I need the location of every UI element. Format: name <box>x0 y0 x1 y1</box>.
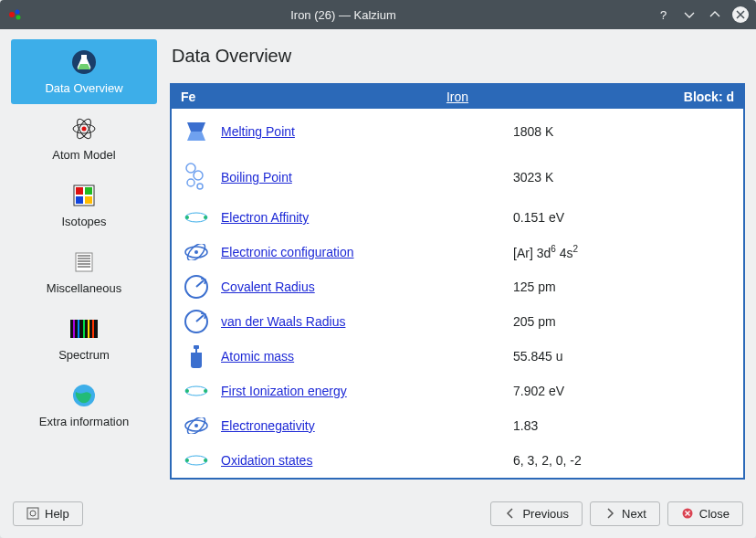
property-link[interactable]: Melting Point <box>221 124 295 139</box>
svg-rect-11 <box>85 187 92 195</box>
sidebar: Data Overview Atom Model Isotopes Miscel… <box>11 38 157 489</box>
property-value: 1.83 <box>513 418 743 433</box>
sidebar-item-data-overview[interactable]: Data Overview <box>11 39 157 104</box>
table-row: Oxidation states 6, 3, 2, 0, -2 <box>172 443 743 478</box>
svg-text:?: ? <box>660 8 667 21</box>
property-value: 0.151 eV <box>513 210 743 225</box>
chevron-right-icon <box>604 507 616 520</box>
property-value: [Ar] 3d6 4s2 <box>513 244 743 260</box>
svg-rect-13 <box>85 196 92 204</box>
svg-rect-22 <box>78 320 79 338</box>
svg-point-28 <box>194 171 203 180</box>
table-row: van der Waals Radius 205 pm <box>172 304 743 339</box>
svg-point-48 <box>194 424 198 427</box>
svg-rect-24 <box>88 320 89 338</box>
sidebar-item-label: Data Overview <box>45 81 122 95</box>
minimize-icon[interactable] <box>681 6 698 23</box>
maximize-icon[interactable] <box>707 6 723 23</box>
svg-point-50 <box>185 459 189 462</box>
help-icon <box>26 507 39 520</box>
table-row: First Ionization energy 7.902 eV <box>172 374 743 408</box>
svg-point-44 <box>185 389 189 393</box>
property-value: 55.845 u <box>513 349 743 364</box>
property-link[interactable]: Oxidation states <box>221 453 312 468</box>
svg-rect-21 <box>73 320 75 338</box>
chevron-left-icon <box>504 507 517 520</box>
covalent-radius-icon <box>172 274 221 300</box>
svg-point-2 <box>16 16 21 20</box>
table-row: Electronegativity 1.83 <box>172 408 743 443</box>
data-table: Fe Iron Block: d Melting Point 1808 K <box>170 83 745 480</box>
page-title: Data Overview <box>172 46 745 67</box>
sidebar-item-miscellaneous[interactable]: Miscellaneous <box>11 239 157 304</box>
svg-point-29 <box>187 179 194 186</box>
next-button[interactable]: Next <box>590 501 660 526</box>
property-value: 7.902 eV <box>513 384 743 398</box>
table-header: Fe Iron Block: d <box>172 85 743 109</box>
help-button[interactable]: Help <box>13 501 83 526</box>
main-panel: Data Overview Fe Iron Block: d Melting P… <box>157 38 745 489</box>
spectrum-icon <box>68 313 100 344</box>
sidebar-item-isotopes[interactable]: Isotopes <box>11 173 157 237</box>
vdw-radius-icon <box>172 309 221 334</box>
sidebar-item-label: Miscellaneous <box>47 281 121 295</box>
svg-rect-23 <box>83 320 85 338</box>
svg-point-30 <box>197 184 203 189</box>
svg-line-40 <box>196 315 204 322</box>
property-link[interactable]: Covalent Radius <box>221 280 315 294</box>
svg-point-0 <box>9 12 15 17</box>
close-x-icon <box>681 507 694 520</box>
lines-icon <box>68 247 100 278</box>
svg-point-53 <box>30 511 36 516</box>
table-row: Electron Affinity 0.151 eV <box>172 200 743 235</box>
table-row: Boiling Point 3023 K <box>172 154 743 200</box>
svg-rect-52 <box>27 508 38 519</box>
sidebar-item-extra-information[interactable]: Extra information <box>11 373 157 438</box>
footer: Help Previous Next Close <box>0 494 756 538</box>
titlebar: Iron (26) — Kalzium ? <box>0 0 756 29</box>
property-link[interactable]: Atomic mass <box>221 349 294 364</box>
svg-point-33 <box>204 216 207 219</box>
svg-point-51 <box>204 459 207 462</box>
property-value: 1808 K <box>513 124 743 139</box>
boiling-point-icon <box>172 161 221 194</box>
property-value: 205 pm <box>513 314 743 329</box>
sidebar-item-label: Extra information <box>39 415 129 428</box>
property-value: 3023 K <box>513 170 743 185</box>
button-label: Close <box>699 507 730 521</box>
table-row: Electronic configuration [Ar] 3d6 4s2 <box>172 235 743 269</box>
element-block: Block: d <box>661 90 734 104</box>
table-row: Covalent Radius 125 pm <box>172 269 743 304</box>
app-icon <box>7 6 24 23</box>
element-name[interactable]: Iron <box>254 90 661 104</box>
sidebar-item-atom-model[interactable]: Atom Model <box>11 106 157 171</box>
electron-affinity-icon <box>172 209 221 226</box>
atom-icon <box>68 113 100 144</box>
property-link[interactable]: First Ionization energy <box>221 384 347 398</box>
property-link[interactable]: van der Waals Radius <box>221 314 345 329</box>
sidebar-item-spectrum[interactable]: Spectrum <box>11 306 157 371</box>
help-icon[interactable]: ? <box>656 6 672 23</box>
previous-button[interactable]: Previous <box>490 501 583 526</box>
electronegativity-icon <box>172 417 221 434</box>
svg-rect-12 <box>76 196 83 204</box>
window-title: Iron (26) — Kalzium <box>31 8 656 22</box>
sidebar-item-label: Atom Model <box>52 148 115 162</box>
property-link[interactable]: Electronic configuration <box>221 245 354 259</box>
button-label: Previous <box>522 507 569 521</box>
close-button[interactable]: Close <box>667 501 743 526</box>
sidebar-item-label: Spectrum <box>58 348 110 362</box>
svg-line-38 <box>196 280 204 287</box>
property-link[interactable]: Electron Affinity <box>221 210 309 225</box>
globe-icon <box>68 380 100 411</box>
svg-point-36 <box>194 250 198 254</box>
property-link[interactable]: Electronegativity <box>221 418 315 433</box>
table-row: Melting Point 1808 K <box>172 109 743 154</box>
close-icon[interactable] <box>732 6 749 23</box>
svg-rect-42 <box>195 349 197 353</box>
table-row: Atomic mass 55.845 u <box>172 339 743 374</box>
property-link[interactable]: Boiling Point <box>221 170 292 185</box>
sidebar-item-label: Isotopes <box>61 215 106 228</box>
svg-point-27 <box>186 164 195 173</box>
svg-point-8 <box>82 127 87 132</box>
